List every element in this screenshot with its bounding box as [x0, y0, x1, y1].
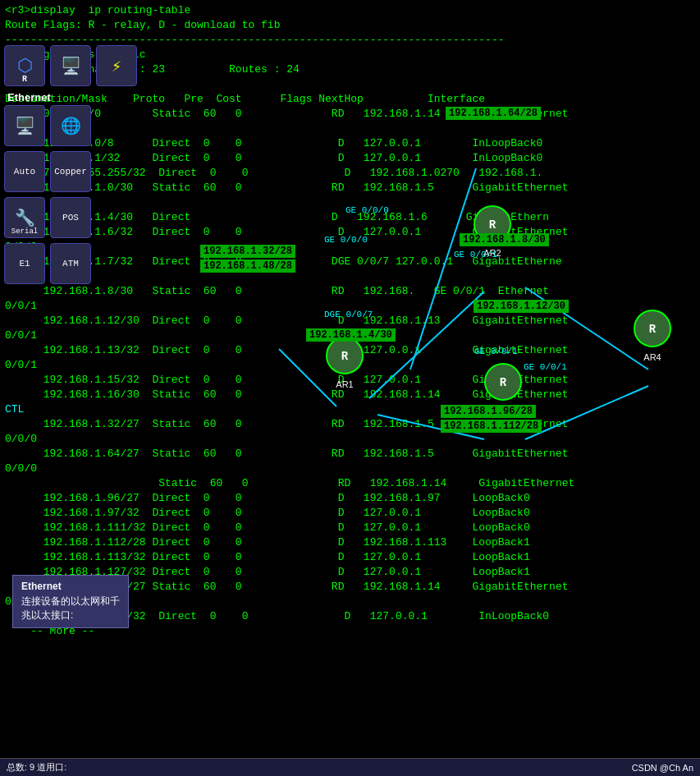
subnet-label-64-28: 192.168.1.64/28: [446, 107, 541, 120]
pos-icon: POS: [50, 197, 91, 238]
route-113: 192.168.1.113/32 Direct 0 0 D 127.0.0.1 …: [5, 550, 695, 565]
router-r-icon: ⬡ R: [4, 45, 45, 86]
auto-icon: Auto: [4, 151, 45, 192]
route-8: 192.168.1.8/30 Static 60 0 RD 192.168. G…: [5, 284, 695, 299]
route-13: 192.168.1.32/27 Static 60 0 RD 192.168.1…: [5, 417, 695, 432]
route-14: 192.168.1.64/27 Static 60 0 RD 192.168.1…: [5, 447, 695, 461]
subnet-label-96-28: 192.168.1.96/28: [441, 405, 536, 418]
route-14-cont: 0/0/0: [5, 461, 695, 476]
icon-row-e1-atm: E1 ATM: [4, 243, 193, 284]
status-left: 总数: 9 道用口:: [7, 761, 66, 774]
ethernet-device-icon: 🖥️: [4, 105, 45, 146]
route-15: Static 60 0 RD 192.168.1.14 GigabitEther…: [5, 476, 695, 491]
icon-grid: ⬡ R 🖥️ ⚡ Ethernet 🖥️ 🌐 Auto Copper: [4, 45, 193, 275]
icon-row-1: ⬡ R 🖥️ ⚡: [4, 45, 193, 86]
icon-row-auto-copper: Auto Copper: [4, 151, 193, 192]
route-112: 192.168.1.112/28 Direct 0 0 D 192.168.1.…: [5, 535, 695, 550]
ge-label-3: GE 0/0/1: [454, 250, 497, 259]
subnet-label-8-30: 192.168.1.8/30: [460, 233, 549, 246]
icon-row-serial-pos: 🔧 Serial POS: [4, 197, 193, 238]
svg-text:R: R: [489, 218, 496, 232]
svg-text:R: R: [500, 376, 507, 389]
ethernet-tooltip-line1: 连接设备的以太网和千: [21, 595, 120, 608]
ge-label-1: GE 0/0/0: [345, 205, 389, 215]
router-ar1: R AR1: [324, 335, 365, 389]
subnet-label-4-30: 192.168.1.4/30: [306, 328, 396, 342]
ethernet-globe-icon: 🌐: [50, 105, 91, 146]
ethernet-tooltip-line2: 兆以太接口:: [21, 608, 120, 622]
copper-icon: Copper: [50, 151, 91, 192]
ethernet-tooltip-title: Ethernet: [21, 581, 120, 592]
dge-label: DGE 0/0/7: [324, 310, 373, 319]
svg-text:R: R: [341, 350, 349, 363]
terminal-title: <r3>display ip routing-table: [5, 3, 695, 18]
subnet-label-32-28: 192.168.1.32/28: [200, 245, 295, 258]
ctl-label: CTL: [5, 402, 695, 417]
svg-text:R: R: [649, 323, 657, 336]
ge-label-5: GE 0/0/1: [524, 362, 567, 372]
ge-label-2: GE 0/0/0: [324, 235, 368, 245]
status-bar: 总数: 9 道用口: CSDN @Ch An: [0, 758, 700, 776]
ethernet-section-label: Ethernet: [7, 91, 193, 103]
route-111: 192.168.1.111/32 Direct 0 0 D 127.0.0.1 …: [5, 521, 695, 535]
lightning-icon: ⚡: [96, 45, 137, 86]
subnet-label-48-28: 192.168.1.48/28: [200, 259, 295, 273]
route-12: 192.168.1.16/30 Static 60 0 RD 192.168.1…: [5, 388, 695, 402]
status-right: CSDN @Ch An: [632, 763, 693, 773]
atm-icon: ATM: [50, 243, 91, 284]
device-icon-1: 🖥️: [50, 45, 91, 86]
route-96: 192.168.1.96/27 Direct 0 0 D 192.168.1.9…: [5, 491, 695, 506]
subnet-label-112-28: 192.168.1.112/28: [441, 420, 542, 433]
serial-icon: 🔧 Serial: [4, 197, 45, 238]
route-flags: Route Flags: R - relay, D - download to …: [5, 18, 695, 33]
ge-label-4: GE 0/0/1: [474, 347, 518, 356]
router-ar4: R AR4: [632, 308, 673, 362]
subnet-label-12-30: 192.168.1.12/30: [474, 300, 569, 313]
icon-row-ethernet: 🖥️ 🌐: [4, 105, 193, 146]
ethernet-tooltip: Ethernet 连接设备的以太网和千 兆以太接口:: [12, 575, 129, 628]
route-13-cont: 0/0/0: [5, 432, 695, 447]
route-97: 192.168.1.97/32 Direct 0 0 D 127.0.0.1 L…: [5, 506, 695, 521]
e1-icon: E1: [4, 243, 45, 284]
